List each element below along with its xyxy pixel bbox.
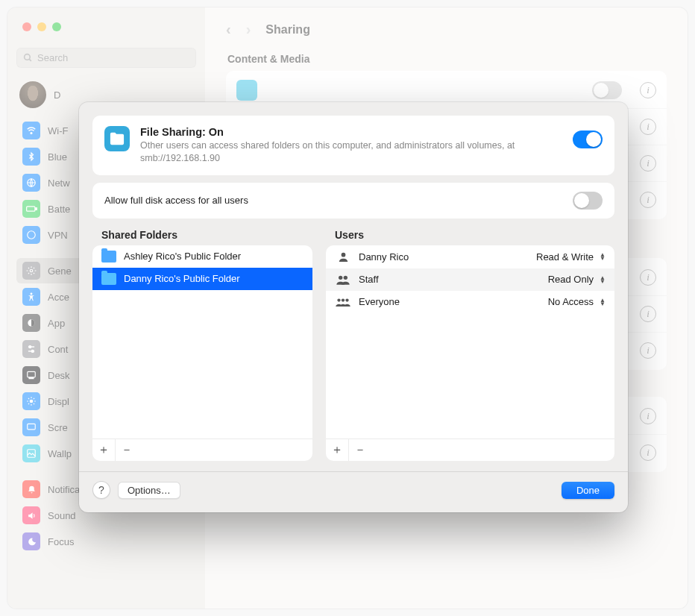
shared-folders-list: Ashley Rico's Public FolderDanny Rico's …: [92, 245, 312, 461]
file-sharing-subtitle: Other users can access shared folders on…: [140, 139, 562, 165]
svg-point-22: [337, 298, 340, 301]
users-footer: ＋ －: [326, 439, 614, 461]
file-sharing-title: File Sharing: On: [140, 126, 562, 138]
remove-folder-button[interactable]: －: [115, 439, 137, 462]
divider: [79, 471, 628, 472]
users-column: Users Danny RicoRead & Write▲▼StaffRead …: [326, 229, 614, 461]
shared-folders-footer: ＋ －: [92, 439, 312, 461]
user-icon: [335, 251, 351, 263]
full-disk-access-label: Allow full disk access for all users: [104, 195, 248, 206]
users-heading: Users: [335, 229, 614, 241]
user-name: Staff: [359, 274, 541, 285]
user-name: Danny Rico: [359, 251, 529, 263]
folder-row[interactable]: Danny Rico's Public Folder: [92, 268, 312, 290]
svg-point-20: [339, 275, 342, 279]
users-list: Danny RicoRead & Write▲▼StaffRead Only▲▼…: [326, 245, 614, 461]
folder-name: Danny Rico's Public Folder: [124, 273, 240, 284]
permission-select[interactable]: Read & Write▲▼: [536, 251, 606, 263]
svg-point-21: [344, 275, 348, 279]
remove-user-button[interactable]: －: [348, 439, 371, 462]
done-button[interactable]: Done: [562, 482, 614, 499]
user-icon: [335, 296, 351, 308]
shared-folders-heading: Shared Folders: [101, 229, 312, 241]
add-user-button[interactable]: ＋: [326, 439, 348, 462]
folder-row[interactable]: Ashley Rico's Public Folder: [92, 245, 312, 268]
chevron-updown-icon: ▲▼: [600, 253, 606, 260]
user-row[interactable]: StaffRead Only▲▼: [326, 268, 614, 291]
modal-footer: ? Options… Done: [92, 481, 614, 499]
file-sharing-modal: File Sharing: On Other users can access …: [79, 102, 628, 512]
file-sharing-header: File Sharing: On Other users can access …: [92, 116, 614, 175]
folder-icon: [101, 273, 116, 285]
user-row[interactable]: Danny RicoRead & Write▲▼: [326, 245, 614, 268]
add-folder-button[interactable]: ＋: [92, 439, 115, 462]
chevron-updown-icon: ▲▼: [600, 276, 606, 283]
help-button[interactable]: ?: [92, 481, 110, 499]
file-sharing-toggle[interactable]: [573, 131, 603, 148]
user-name: Everyone: [359, 296, 541, 307]
permission-select[interactable]: Read Only▲▼: [548, 274, 606, 285]
user-icon: [335, 274, 351, 286]
file-sharing-icon: [104, 126, 130, 151]
shared-folders-column: Shared Folders Ashley Rico's Public Fold…: [92, 229, 312, 461]
permission-value: Read Only: [548, 274, 594, 285]
full-disk-access-toggle[interactable]: [573, 192, 603, 210]
user-row[interactable]: EveryoneNo Access▲▼: [326, 291, 614, 313]
permission-value: Read & Write: [536, 251, 594, 263]
folder-icon: [101, 251, 116, 263]
svg-point-19: [341, 253, 345, 257]
folder-name: Ashley Rico's Public Folder: [124, 251, 241, 262]
chevron-updown-icon: ▲▼: [600, 298, 606, 306]
svg-point-23: [342, 298, 345, 301]
permission-value: No Access: [548, 296, 594, 307]
svg-point-24: [345, 298, 348, 301]
permission-select[interactable]: No Access▲▼: [548, 296, 606, 307]
options-button[interactable]: Options…: [118, 482, 180, 499]
full-disk-access-row: Allow full disk access for all users: [92, 183, 614, 219]
